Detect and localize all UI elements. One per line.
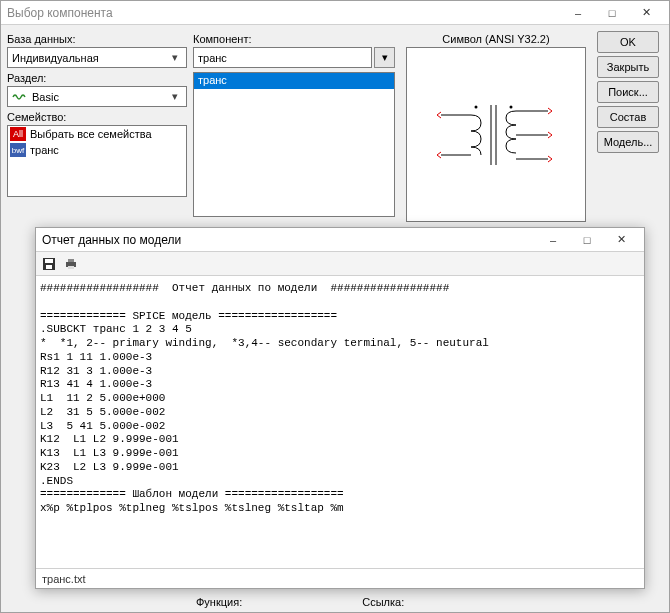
main-title: Выбор компонента — [7, 6, 561, 20]
chevron-down-icon: ▾ — [168, 90, 182, 103]
section-value: Basic — [32, 91, 168, 103]
svg-rect-14 — [68, 266, 74, 269]
symbol-preview — [406, 47, 586, 222]
report-close-button[interactable]: ✕ — [604, 228, 638, 252]
database-combo[interactable]: Индивидуальная ▾ — [7, 47, 187, 68]
family-item-label: транс — [30, 144, 59, 156]
database-value: Индивидуальная — [12, 52, 168, 64]
svg-point-2 — [475, 105, 478, 108]
family-label: Семейство: — [7, 111, 187, 123]
function-label: Функция: — [196, 596, 242, 608]
search-button[interactable]: Поиск... — [597, 81, 659, 103]
symbol-label: Символ (ANSI Y32.2) — [442, 33, 549, 45]
model-report-window: Отчет данных по модели – □ ✕ ###########… — [35, 227, 645, 589]
report-title: Отчет данных по модели — [42, 233, 536, 247]
report-filename: транс.txt — [42, 573, 86, 585]
report-text-area[interactable]: ################## Отчет данных по модел… — [36, 276, 644, 568]
section-label: Раздел: — [7, 72, 187, 84]
minimize-button[interactable]: – — [561, 1, 595, 25]
print-icon[interactable] — [62, 255, 80, 273]
family-all-icon: All — [10, 127, 26, 141]
detail-button[interactable]: Состав — [597, 106, 659, 128]
transformer-icon — [436, 95, 556, 175]
component-list-item-label: транс — [198, 74, 227, 86]
link-label: Ссылка: — [362, 596, 404, 608]
family-list[interactable]: All Выбрать все семейства bwf транс — [7, 125, 187, 197]
report-titlebar[interactable]: Отчет данных по модели – □ ✕ — [36, 228, 644, 252]
report-toolbar — [36, 252, 644, 276]
basic-icon — [12, 90, 28, 104]
report-minimize-button[interactable]: – — [536, 228, 570, 252]
close-button[interactable]: ✕ — [629, 1, 663, 25]
component-input-value: транс — [198, 52, 227, 64]
svg-rect-10 — [45, 259, 53, 263]
chevron-down-icon: ▾ — [382, 51, 388, 64]
component-label: Компонент: — [193, 33, 395, 45]
svg-point-5 — [510, 105, 513, 108]
model-button[interactable]: Модель... — [597, 131, 659, 153]
close-button-side[interactable]: Закрыть — [597, 56, 659, 78]
report-maximize-button[interactable]: □ — [570, 228, 604, 252]
report-content: ################## Отчет данных по модел… — [40, 282, 640, 516]
database-label: База данных: — [7, 33, 187, 45]
report-statusbar: транс.txt — [36, 568, 644, 588]
section-combo[interactable]: Basic ▾ — [7, 86, 187, 107]
family-dwf-icon: bwf — [10, 143, 26, 157]
family-item-label: Выбрать все семейства — [30, 128, 152, 140]
component-dropdown-button[interactable]: ▾ — [374, 47, 395, 68]
family-item-all[interactable]: All Выбрать все семейства — [8, 126, 186, 142]
family-item-trans[interactable]: bwf транс — [8, 142, 186, 158]
maximize-button[interactable]: □ — [595, 1, 629, 25]
svg-rect-11 — [46, 265, 52, 269]
component-input[interactable]: транс — [193, 47, 372, 68]
chevron-down-icon: ▾ — [168, 51, 182, 64]
component-list[interactable]: транс — [193, 72, 395, 217]
save-icon[interactable] — [40, 255, 58, 273]
svg-rect-13 — [68, 259, 74, 262]
component-list-item[interactable]: транс — [194, 73, 394, 89]
main-titlebar[interactable]: Выбор компонента – □ ✕ — [1, 1, 669, 25]
ok-button[interactable]: OK — [597, 31, 659, 53]
